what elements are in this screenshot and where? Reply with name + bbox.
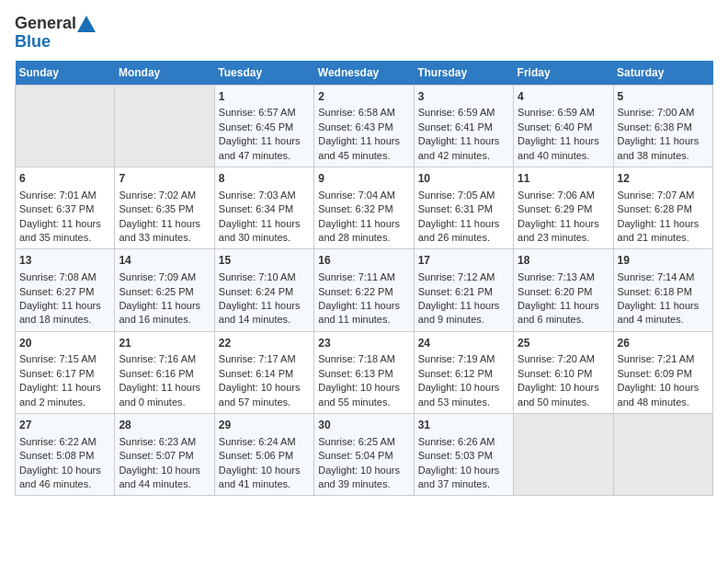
- daylight-text: Daylight: 11 hours and 4 minutes.: [618, 300, 700, 325]
- sunset-text: Sunset: 6:31 PM: [418, 203, 493, 214]
- calendar-cell: 10Sunrise: 7:05 AMSunset: 6:31 PMDayligh…: [414, 167, 513, 248]
- day-number: 30: [318, 418, 409, 433]
- day-number: 3: [418, 89, 509, 105]
- logo: General Blue: [15, 15, 96, 52]
- calendar-cell: 25Sunrise: 7:20 AMSunset: 6:10 PMDayligh…: [514, 331, 613, 413]
- sunset-text: Sunset: 6:20 PM: [518, 286, 592, 297]
- day-number: 19: [618, 253, 709, 269]
- calendar-cell: [613, 414, 712, 496]
- calendar-cell: 12Sunrise: 7:07 AMSunset: 6:28 PMDayligh…: [613, 167, 712, 248]
- sunrise-text: Sunrise: 7:14 AM: [618, 271, 695, 282]
- daylight-text: Daylight: 11 hours and 0 minutes.: [119, 382, 200, 407]
- calendar-table: SundayMondayTuesdayWednesdayThursdayFrid…: [15, 61, 713, 497]
- svg-marker-0: [77, 16, 96, 32]
- sunset-text: Sunset: 6:32 PM: [318, 203, 392, 214]
- sunrise-text: Sunrise: 7:10 AM: [219, 271, 296, 282]
- daylight-text: Daylight: 10 hours and 57 minutes.: [219, 382, 301, 407]
- calendar-cell: 23Sunrise: 7:18 AMSunset: 6:13 PMDayligh…: [314, 331, 414, 413]
- sunset-text: Sunset: 6:10 PM: [518, 368, 592, 379]
- sunset-text: Sunset: 6:14 PM: [219, 368, 293, 379]
- calendar-cell: 4Sunrise: 6:59 AMSunset: 6:40 PMDaylight…: [514, 85, 613, 167]
- daylight-text: Daylight: 11 hours and 33 minutes.: [119, 218, 200, 243]
- daylight-text: Daylight: 11 hours and 35 minutes.: [19, 218, 101, 243]
- sunrise-text: Sunrise: 6:59 AM: [518, 107, 595, 118]
- sunrise-text: Sunrise: 6:58 AM: [318, 107, 395, 118]
- calendar-body: 1Sunrise: 6:57 AMSunset: 6:45 PMDaylight…: [16, 85, 713, 496]
- calendar-cell: 16Sunrise: 7:11 AMSunset: 6:22 PMDayligh…: [314, 249, 414, 331]
- calendar-cell: [115, 85, 214, 167]
- day-number: 6: [19, 171, 110, 187]
- calendar-cell: 2Sunrise: 6:58 AMSunset: 6:43 PMDaylight…: [314, 85, 414, 167]
- calendar-cell: 13Sunrise: 7:08 AMSunset: 6:27 PMDayligh…: [16, 249, 115, 331]
- sunset-text: Sunset: 6:27 PM: [19, 286, 94, 297]
- calendar-week-row: 27Sunrise: 6:22 AMSunset: 5:08 PMDayligh…: [16, 414, 713, 496]
- sunset-text: Sunset: 6:41 PM: [418, 121, 493, 132]
- day-of-week-header: Thursday: [414, 61, 513, 86]
- day-number: 2: [318, 89, 409, 105]
- day-number: 13: [19, 253, 110, 269]
- sunrise-text: Sunrise: 7:07 AM: [618, 190, 695, 201]
- sunset-text: Sunset: 6:25 PM: [119, 286, 193, 297]
- sunrise-text: Sunrise: 7:00 AM: [618, 107, 695, 118]
- daylight-text: Daylight: 10 hours and 55 minutes.: [318, 382, 400, 407]
- calendar-cell: 14Sunrise: 7:09 AMSunset: 6:25 PMDayligh…: [115, 249, 214, 331]
- daylight-text: Daylight: 11 hours and 26 minutes.: [418, 218, 500, 243]
- daylight-text: Daylight: 11 hours and 47 minutes.: [219, 135, 301, 160]
- day-number: 8: [219, 171, 310, 187]
- sunrise-text: Sunrise: 7:08 AM: [19, 271, 97, 282]
- sunset-text: Sunset: 5:03 PM: [418, 450, 493, 461]
- calendar-week-row: 20Sunrise: 7:15 AMSunset: 6:17 PMDayligh…: [16, 331, 713, 413]
- sunrise-text: Sunrise: 7:04 AM: [318, 190, 395, 201]
- sunset-text: Sunset: 6:16 PM: [119, 368, 193, 379]
- day-number: 28: [119, 418, 210, 433]
- calendar-week-row: 6Sunrise: 7:01 AMSunset: 6:37 PMDaylight…: [16, 167, 713, 248]
- day-number: 29: [219, 418, 310, 433]
- calendar-cell: 3Sunrise: 6:59 AMSunset: 6:41 PMDaylight…: [414, 85, 513, 167]
- sunrise-text: Sunrise: 7:20 AM: [518, 353, 595, 364]
- daylight-text: Daylight: 10 hours and 41 minutes.: [219, 465, 301, 489]
- calendar-week-row: 13Sunrise: 7:08 AMSunset: 6:27 PMDayligh…: [16, 249, 713, 331]
- daylight-text: Daylight: 10 hours and 37 minutes.: [418, 465, 500, 489]
- daylight-text: Daylight: 11 hours and 9 minutes.: [418, 300, 500, 325]
- day-number: 27: [19, 418, 110, 433]
- day-number: 15: [219, 253, 310, 269]
- calendar-cell: 17Sunrise: 7:12 AMSunset: 6:21 PMDayligh…: [414, 249, 513, 331]
- day-number: 7: [119, 171, 210, 187]
- day-number: 26: [618, 336, 709, 351]
- day-number: 10: [418, 171, 509, 187]
- daylight-text: Daylight: 10 hours and 39 minutes.: [318, 465, 400, 489]
- day-of-week-header: Saturday: [613, 61, 712, 86]
- sunset-text: Sunset: 6:09 PM: [618, 368, 692, 379]
- daylight-text: Daylight: 11 hours and 45 minutes.: [318, 135, 400, 160]
- logo-line2: Blue: [15, 33, 96, 52]
- sunset-text: Sunset: 5:08 PM: [19, 450, 94, 461]
- calendar-cell: 8Sunrise: 7:03 AMSunset: 6:34 PMDaylight…: [214, 167, 313, 248]
- calendar-header-row: SundayMondayTuesdayWednesdayThursdayFrid…: [16, 61, 713, 86]
- sunrise-text: Sunrise: 6:24 AM: [219, 436, 296, 447]
- daylight-text: Daylight: 11 hours and 21 minutes.: [618, 218, 700, 243]
- sunset-text: Sunset: 5:06 PM: [219, 450, 293, 461]
- sunset-text: Sunset: 6:35 PM: [119, 203, 193, 214]
- day-number: 4: [518, 89, 609, 105]
- daylight-text: Daylight: 11 hours and 30 minutes.: [219, 218, 301, 243]
- sunrise-text: Sunrise: 6:57 AM: [219, 107, 296, 118]
- day-of-week-header: Tuesday: [214, 61, 313, 86]
- day-number: 25: [518, 336, 609, 351]
- daylight-text: Daylight: 10 hours and 46 minutes.: [19, 465, 101, 489]
- calendar-cell: 18Sunrise: 7:13 AMSunset: 6:20 PMDayligh…: [514, 249, 613, 331]
- sunset-text: Sunset: 5:04 PM: [318, 450, 392, 461]
- sunset-text: Sunset: 6:34 PM: [219, 203, 293, 214]
- daylight-text: Daylight: 11 hours and 40 minutes.: [518, 135, 599, 160]
- sunrise-text: Sunrise: 6:59 AM: [418, 107, 495, 118]
- calendar-cell: 26Sunrise: 7:21 AMSunset: 6:09 PMDayligh…: [613, 331, 712, 413]
- sunrise-text: Sunrise: 6:26 AM: [418, 436, 495, 447]
- sunrise-text: Sunrise: 6:22 AM: [19, 436, 97, 447]
- calendar-cell: 1Sunrise: 6:57 AMSunset: 6:45 PMDaylight…: [214, 85, 313, 167]
- daylight-text: Daylight: 10 hours and 48 minutes.: [618, 382, 700, 407]
- day-of-week-header: Wednesday: [314, 61, 414, 86]
- daylight-text: Daylight: 10 hours and 44 minutes.: [119, 465, 200, 489]
- calendar-cell: 20Sunrise: 7:15 AMSunset: 6:17 PMDayligh…: [16, 331, 115, 413]
- sunrise-text: Sunrise: 6:25 AM: [318, 436, 395, 447]
- sunrise-text: Sunrise: 7:11 AM: [318, 271, 395, 282]
- sunset-text: Sunset: 6:37 PM: [19, 203, 94, 214]
